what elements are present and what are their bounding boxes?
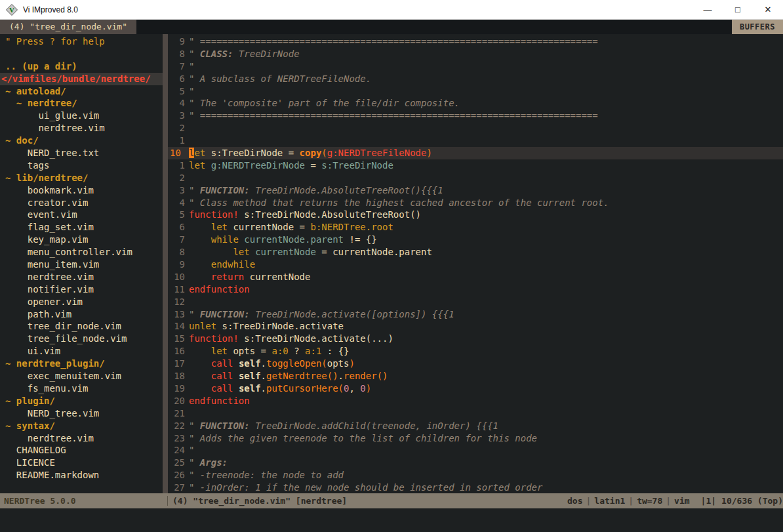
nerdtree-file-node[interactable]: creator.vim <box>0 197 163 209</box>
code-line[interactable]: 25" Args: <box>168 457 783 469</box>
nerdtree-dir-node[interactable]: ~ nerdtree/ <box>0 97 163 110</box>
code-line[interactable]: 3" FUNCTION: TreeDirNode.AbsoluteTreeRoo… <box>168 184 783 197</box>
nerdtree-file-node[interactable]: exec_menuitem.vim <box>0 370 163 382</box>
code-line[interactable]: 17 call self.toggleOpen(opts) <box>168 358 783 370</box>
code-text: " Args: <box>189 457 783 469</box>
close-button[interactable]: ✕ <box>753 0 783 19</box>
nerdtree-up-node[interactable]: .. (up a dir) <box>0 60 163 73</box>
code-line[interactable]: 7 while currentNode.parent != {} <box>168 234 783 246</box>
code-line[interactable]: 1 <box>168 134 783 147</box>
nerdtree-panel[interactable]: " Press ? for help .. (up a dir)</vimfil… <box>0 34 163 493</box>
code-line[interactable]: 9" =====================================… <box>168 35 783 48</box>
nerdtree-file-node[interactable]: tree_dir_node.vim <box>0 320 163 333</box>
nerdtree-file-node[interactable]: nerdtree.vim <box>0 271 163 283</box>
code-line[interactable]: 8 let currentNode = currentNode.parent <box>168 246 783 258</box>
nerdtree-file-node[interactable]: notifier.vim <box>0 283 163 296</box>
code-text: " <box>189 85 783 98</box>
code-line[interactable]: 12 <box>168 296 783 308</box>
code-text: call self.getNerdtree().render() <box>189 370 783 382</box>
nerdtree-file-node[interactable]: NERD_tree.vim <box>0 407 163 420</box>
code-line[interactable]: 20endfunction <box>168 395 783 407</box>
nerdtree-dir-node[interactable]: ~ autoload/ <box>0 85 163 98</box>
code-line[interactable]: 8" CLASS: TreeDirNode <box>168 48 783 60</box>
nerdtree-file-node[interactable]: NERD_tree.txt <box>0 147 163 159</box>
code-line[interactable]: 10 return currentNode <box>168 271 783 283</box>
code-text: let g:NERDTreeDirNode = s:TreeDirNode <box>189 159 783 172</box>
code-line-current[interactable]: 10let s:TreeDirNode = copy(g:NERDTreeFil… <box>168 147 783 159</box>
code-line[interactable]: 7" <box>168 60 783 73</box>
nerdtree-file-node[interactable]: flag_set.vim <box>0 221 163 234</box>
nerdtree-file-node[interactable]: ui.vim <box>0 345 163 358</box>
statusline-item: latin1 <box>591 496 628 506</box>
code-line[interactable]: 26" -treenode: the node to add <box>168 469 783 481</box>
nerdtree-file-node[interactable]: fs_menu.vim <box>0 382 163 395</box>
window-title: Vi IMproved 8.0 <box>23 5 693 14</box>
vim-icon: V <box>6 4 18 16</box>
code-line[interactable]: 4" The 'composite' part of the file/dir … <box>168 97 783 110</box>
nerdtree-dir-node[interactable]: ~ doc/ <box>0 134 163 147</box>
nerdtree-file-node[interactable]: tree_file_node.vim <box>0 333 163 345</box>
statusline-item: tw=78 <box>633 496 666 506</box>
nerdtree-status: NERDTree 5.0.0 <box>0 496 168 506</box>
nerdtree-file-node[interactable]: opener.vim <box>0 296 163 308</box>
minimize-button[interactable]: — <box>693 0 723 19</box>
line-number: 14 <box>168 320 189 333</box>
code-line[interactable]: 6 let currentNode = b:NERDTree.root <box>168 221 783 234</box>
code-line[interactable]: 21 <box>168 407 783 420</box>
code-line[interactable]: 4" Class method that returns the highest… <box>168 197 783 209</box>
code-line[interactable]: 13" FUNCTION: TreeDirNode.activate([opti… <box>168 308 783 321</box>
nerdtree-file-node[interactable]: event.vim <box>0 209 163 221</box>
nerdtree-file-node[interactable]: menu_controller.vim <box>0 246 163 258</box>
code-line[interactable]: 16 let opts = a:0 ? a:1 : {} <box>168 345 783 358</box>
code-line[interactable]: 2 <box>168 172 783 184</box>
nerdtree-dir-node[interactable]: ~ syntax/ <box>0 420 163 432</box>
nerdtree-file-node[interactable]: tags <box>0 159 163 172</box>
nerdtree-help-line[interactable]: " Press ? for help <box>0 35 163 48</box>
code-line[interactable]: 1let g:NERDTreeDirNode = s:TreeDirNode <box>168 159 783 172</box>
command-line[interactable] <box>0 508 783 532</box>
nerdtree-file-node[interactable]: key_map.vim <box>0 234 163 246</box>
code-line[interactable]: 9 endwhile <box>168 258 783 271</box>
main-area: " Press ? for help .. (up a dir)</vimfil… <box>0 34 783 493</box>
nerdtree-file-node[interactable]: menu_item.vim <box>0 258 163 271</box>
nerdtree-file-node[interactable]: ui_glue.vim <box>0 110 163 122</box>
maximize-button[interactable]: □ <box>723 0 753 19</box>
titlebar: V Vi IMproved 8.0 — □ ✕ <box>0 0 783 20</box>
tab-active[interactable]: (4) "tree_dir_node.vim" <box>0 20 136 34</box>
line-number: 5 <box>168 85 189 98</box>
cursor-position: 10/636 (Top) <box>719 496 783 506</box>
nerdtree-file-node[interactable]: LICENCE <box>0 457 163 469</box>
nerdtree-file-node[interactable]: bookmark.vim <box>0 184 163 197</box>
nerdtree-file-node[interactable]: README.markdown <box>0 469 163 481</box>
code-line[interactable]: 11endfunction <box>168 283 783 296</box>
code-line[interactable]: 14unlet s:TreeDirNode.activate <box>168 320 783 333</box>
line-number: 7 <box>168 234 189 246</box>
code-text: " ======================================… <box>189 110 783 122</box>
code-text <box>189 122 783 134</box>
nerdtree-root-node[interactable]: </vimfiles/bundle/nerdtree/ <box>0 73 163 85</box>
code-line[interactable]: 24" <box>168 444 783 457</box>
code-line[interactable]: 15function! s:TreeDirNode.activate(...) <box>168 333 783 345</box>
code-line[interactable]: 18 call self.getNerdtree().render() <box>168 370 783 382</box>
nerdtree-file-node[interactable]: nerdtree.vim <box>0 432 163 445</box>
code-line[interactable]: 5function! s:TreeDirNode.AbsoluteTreeRoo… <box>168 209 783 221</box>
nerdtree-dir-node[interactable]: ~ nerdtree_plugin/ <box>0 358 163 370</box>
code-line[interactable]: 6" A subclass of NERDTreeFileNode. <box>168 73 783 85</box>
vertical-split[interactable] <box>163 34 168 493</box>
nerdtree-file-node[interactable]: nerdtree.vim <box>0 122 163 134</box>
line-number: 2 <box>168 172 189 184</box>
line-number: 1 <box>168 159 189 172</box>
code-line[interactable]: 2 <box>168 122 783 134</box>
code-line[interactable]: 27" -inOrder: 1 if the new node should b… <box>168 481 783 493</box>
nerdtree-dir-node[interactable]: ~ lib/nerdtree/ <box>0 172 163 184</box>
line-number: 17 <box>168 358 189 370</box>
code-line[interactable]: 5" <box>168 85 783 98</box>
nerdtree-file-node[interactable]: CHANGELOG <box>0 444 163 457</box>
editor-buffer[interactable]: 9" =====================================… <box>168 34 783 493</box>
code-line[interactable]: 19 call self.putCursorHere(0, 0) <box>168 382 783 395</box>
nerdtree-dir-node[interactable]: ~ plugin/ <box>0 395 163 407</box>
code-line[interactable]: 22" FUNCTION: TreeDirNode.addChild(treen… <box>168 420 783 432</box>
nerdtree-file-node[interactable]: path.vim <box>0 308 163 321</box>
code-line[interactable]: 3" =====================================… <box>168 110 783 122</box>
code-line[interactable]: 23" Adds the given treenode to the list … <box>168 432 783 445</box>
